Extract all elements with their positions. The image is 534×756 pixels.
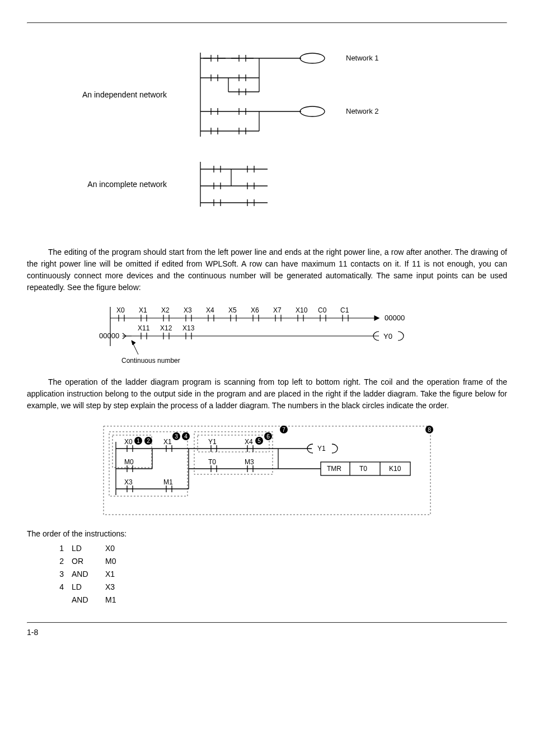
label-incomplete-network: An incomplete network (27, 179, 195, 190)
instruction-row: ANDM1 (55, 594, 124, 606)
svg-marker-77 (374, 316, 379, 320)
contact-label: X7 (273, 306, 282, 314)
box-label: T0 (359, 465, 367, 473)
step-circle: 8 (428, 427, 431, 433)
step-circle: 4 (184, 433, 188, 440)
contact-label: M1 (163, 478, 173, 486)
contact-label: X12 (160, 324, 172, 332)
label-network-2: Network 2 (346, 107, 379, 115)
contact-label: X10 (296, 306, 308, 314)
coil-y0-label: Y0 (383, 332, 392, 340)
box-label: TMR (327, 465, 341, 473)
svg-point-11 (300, 53, 325, 63)
step-circle: 1 (137, 438, 140, 444)
step-circle: 5 (257, 438, 261, 444)
contact-label: X3 (184, 306, 192, 314)
contact-label: X6 (251, 306, 259, 314)
label-00000-right: 00000 (385, 314, 405, 322)
label-network-1: Network 1 (346, 54, 379, 62)
contact-label: X4 (206, 306, 214, 314)
diagram-incomplete-network (195, 159, 324, 209)
step-circle: 7 (282, 427, 285, 433)
contact-label: X5 (228, 306, 237, 314)
contact-label: M3 (245, 458, 254, 466)
contact-label: X2 (161, 306, 170, 314)
contact-label: M0 (124, 458, 134, 466)
label-independent-network: An independent network (27, 89, 195, 101)
box-label: K10 (389, 465, 401, 473)
contact-label: Y1 (208, 438, 217, 446)
order-heading: The order of the instructions: (27, 528, 507, 540)
page-number: 1-8 (27, 623, 507, 638)
contact-label: X0 (116, 306, 125, 314)
svg-point-28 (300, 106, 325, 116)
instruction-row: 3ANDX1 (55, 568, 124, 581)
contact-label: T0 (208, 458, 216, 466)
instruction-row: 4LDX3 (55, 581, 124, 594)
instruction-row: 2ORM0 (55, 555, 124, 568)
instruction-list: 1LDX02ORM03ANDX14LDX3ANDM1 (55, 542, 124, 606)
contact-label: X1 (139, 306, 147, 314)
diagram-independent-network: Network 1 Network 2 (195, 47, 396, 142)
diagram-scan-order: X0 X1 Y1 X4 M0 T0 M3 X3 M1 Y1 TMR T0 K10… (27, 419, 507, 520)
contact-label: X3 (124, 478, 133, 486)
instruction-row: 1LDX0 (55, 542, 124, 555)
paragraph-2: The operation of the ladder diagram prog… (27, 376, 507, 412)
step-circle: 6 (266, 433, 270, 440)
contact-label: X0 (124, 438, 133, 446)
contact-label: C1 (340, 306, 349, 314)
coil-label: Y1 (317, 445, 326, 452)
contact-label: X11 (138, 324, 150, 332)
contact-label: X1 (163, 438, 172, 446)
contact-label: X13 (182, 324, 195, 332)
contact-label: C0 (318, 306, 327, 314)
svg-marker-88 (132, 340, 135, 345)
contact-label: X4 (245, 438, 253, 446)
paragraph-1: The editing of the program should start … (27, 246, 507, 293)
label-continuous-number: Continuous number (121, 357, 180, 365)
diagram-continuous-number: X0X1X2X3X4X5X6X7X10C0C1 00000 00000 X11X… (27, 301, 507, 368)
step-circle: 2 (147, 438, 150, 444)
label-00000-left: 00000 (99, 332, 119, 340)
step-circle: 3 (175, 433, 178, 440)
